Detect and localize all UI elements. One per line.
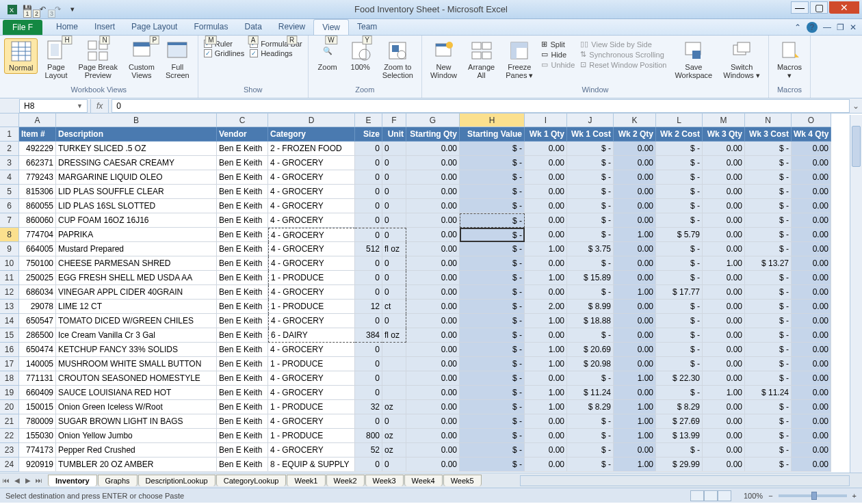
cell[interactable]: 0.00 — [792, 271, 831, 285]
sheet-tab-week5[interactable]: Week5 — [443, 475, 482, 486]
gridlines-checkbox[interactable]: ✓Gridlines — [204, 49, 244, 57]
cell[interactable]: 0.00 — [792, 429, 831, 443]
cell[interactable]: 4 - GROCERY — [268, 185, 355, 199]
cell[interactable]: Ben E Keith — [217, 357, 268, 371]
cell[interactable]: 0.00 — [525, 256, 567, 271]
zoom-selection-button[interactable]: Zoom to Selection — [378, 38, 417, 81]
cell[interactable]: 0.00 — [614, 271, 656, 285]
mdi-restore-icon[interactable]: ❐ — [837, 23, 844, 32]
cell[interactable]: $ - — [656, 386, 703, 400]
column-header-K[interactable]: K — [614, 114, 656, 127]
row-header-7[interactable]: 7 — [0, 213, 19, 228]
minimize-button[interactable]: — — [791, 1, 809, 14]
cell[interactable]: $ 18.88 — [567, 314, 614, 328]
cell[interactable]: 686034 — [19, 285, 56, 300]
cell[interactable]: $ - — [460, 414, 525, 429]
headings-checkbox[interactable]: ✓Headings — [250, 49, 302, 57]
row-header-19[interactable]: 19 — [0, 386, 19, 400]
cell[interactable]: Ben E Keith — [217, 142, 268, 156]
file-tab[interactable]: File F — [3, 20, 42, 35]
cell[interactable]: SAUCE LOUISIANA RED HOT — [56, 386, 217, 400]
column-header-F[interactable]: F — [382, 114, 406, 127]
cell[interactable]: 0.00 — [614, 199, 656, 213]
cell[interactable]: 0.00 — [703, 228, 745, 242]
cell[interactable]: 4 - GROCERY — [268, 242, 355, 256]
cell[interactable]: 0.00 — [525, 414, 567, 429]
cell[interactable]: 0.00 — [703, 156, 745, 170]
cell[interactable]: 0.00 — [703, 457, 745, 472]
cell[interactable]: 0.00 — [406, 443, 460, 457]
cell[interactable]: $ - — [745, 242, 792, 256]
cell[interactable]: $ 11.24 — [567, 386, 614, 400]
cell[interactable]: 0.00 — [406, 386, 460, 400]
sheet-tab-week4[interactable]: Week4 — [404, 475, 443, 486]
cell[interactable]: $ - — [567, 185, 614, 199]
header-cell[interactable]: Description — [56, 127, 217, 142]
cell[interactable]: 4 - GROCERY — [268, 228, 355, 242]
cell[interactable]: Ben E Keith — [217, 185, 268, 199]
cell[interactable]: $ 29.99 — [656, 457, 703, 472]
cell[interactable]: $ - — [745, 343, 792, 357]
zoom-slider[interactable] — [779, 494, 847, 497]
cell[interactable]: 0.00 — [525, 228, 567, 242]
cell[interactable]: LID PLAS 16SL SLOTTED — [56, 199, 217, 213]
cell[interactable]: 0.00 — [614, 357, 656, 371]
cell[interactable]: $ 13.99 — [656, 429, 703, 443]
cell[interactable]: oz — [382, 429, 406, 443]
sheet-tab-week3[interactable]: Week3 — [365, 475, 404, 486]
cell[interactable]: $ - — [745, 371, 792, 386]
cell[interactable]: 0.00 — [614, 300, 656, 314]
cell[interactable]: KETCHUP FANCY 33% SOLIDS — [56, 343, 217, 357]
cell[interactable]: 0.00 — [406, 271, 460, 285]
cell[interactable]: $ - — [656, 242, 703, 256]
cell[interactable]: $ - — [567, 142, 614, 156]
close-button[interactable]: ✕ — [829, 1, 859, 14]
cell[interactable]: Ben E Keith — [217, 429, 268, 443]
cell[interactable]: $ 5.79 — [656, 228, 703, 242]
cell[interactable]: 384 — [355, 328, 382, 343]
cell[interactable]: $ - — [460, 199, 525, 213]
cell[interactable]: 0 — [382, 271, 406, 285]
cell[interactable]: $ 3.75 — [567, 242, 614, 256]
cell[interactable]: 1 - PRODUCE — [268, 357, 355, 371]
vertical-scrollbar[interactable] — [850, 115, 862, 473]
cell[interactable]: 0.00 — [703, 170, 745, 185]
row-header-2[interactable]: 2 — [0, 142, 19, 156]
column-header-J[interactable]: J — [567, 114, 614, 127]
cell[interactable]: 0.00 — [406, 300, 460, 314]
cell[interactable]: $ - — [567, 414, 614, 429]
cell[interactable]: $ - — [567, 199, 614, 213]
cell[interactable]: 0.00 — [525, 156, 567, 170]
cell[interactable]: 0 — [382, 142, 406, 156]
cell[interactable]: 650474 — [19, 343, 56, 357]
cell[interactable]: 0 — [355, 256, 382, 271]
page-break-button[interactable]: Page Break Preview — [74, 38, 121, 81]
cell[interactable]: 0.00 — [406, 314, 460, 328]
cell[interactable]: 0.00 — [792, 357, 831, 371]
cell[interactable]: 750100 — [19, 256, 56, 271]
header-cell[interactable]: Item # — [19, 127, 56, 142]
cell[interactable]: 0 — [382, 256, 406, 271]
cell[interactable]: 0.00 — [525, 185, 567, 199]
custom-views-button[interactable]: Custom Views — [125, 38, 159, 81]
cell[interactable]: ct — [382, 300, 406, 314]
column-header-I[interactable]: I — [525, 114, 567, 127]
cell[interactable]: 0.00 — [406, 429, 460, 443]
cell[interactable]: 1.00 — [614, 414, 656, 429]
cell[interactable]: $ - — [745, 443, 792, 457]
header-cell[interactable]: Wk 1 Qty — [525, 127, 567, 142]
column-header-E[interactable]: E — [355, 114, 382, 127]
cell[interactable]: 0.00 — [792, 457, 831, 472]
cell[interactable]: $ - — [567, 429, 614, 443]
cell[interactable]: 4 - GROCERY — [268, 443, 355, 457]
cell[interactable]: $ - — [745, 213, 792, 228]
cell[interactable]: 0.00 — [525, 213, 567, 228]
cell[interactable]: 0.00 — [406, 142, 460, 156]
cell[interactable]: 286500 — [19, 328, 56, 343]
cell[interactable]: $ - — [745, 285, 792, 300]
cell[interactable]: 1.00 — [614, 228, 656, 242]
cell[interactable]: CHEESE PARMESAN SHRED — [56, 256, 217, 271]
cell[interactable]: 4 - GROCERY — [268, 285, 355, 300]
cell[interactable]: 0.00 — [406, 213, 460, 228]
row-header-22[interactable]: 22 — [0, 429, 19, 443]
